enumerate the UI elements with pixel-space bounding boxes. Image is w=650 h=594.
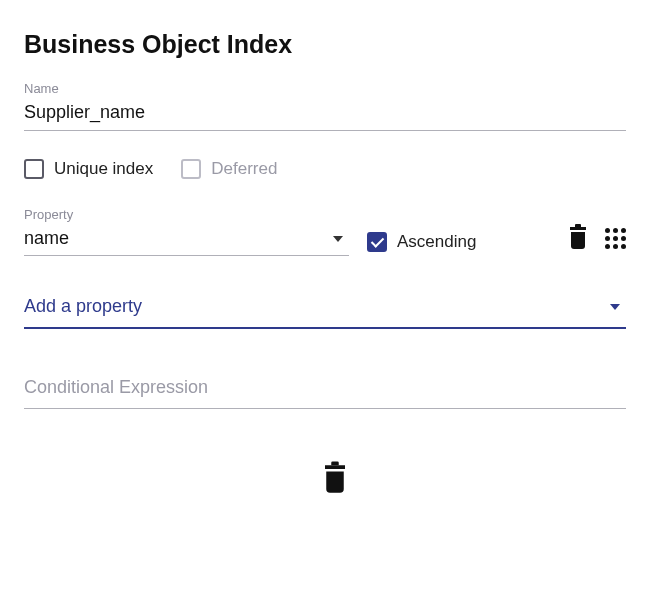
name-label: Name [24,81,626,96]
chevron-down-icon [610,304,620,310]
add-property-label: Add a property [24,296,142,317]
chevron-down-icon [333,236,343,242]
checkbox-checked-icon [367,232,387,252]
conditional-expression-placeholder: Conditional Expression [24,377,208,397]
checkbox-icon [24,159,44,179]
name-value: Supplier_name [24,102,626,123]
trash-icon [569,227,587,249]
deferred-label: Deferred [211,159,277,179]
property-label: Property [24,207,349,222]
page-title: Business Object Index [24,30,626,59]
checkbox-icon [181,159,201,179]
drag-handle[interactable] [605,224,626,252]
delete-index-button[interactable] [44,465,626,493]
property-row: Property name Ascending [24,207,626,256]
property-value: name [24,228,69,249]
form-container: Business Object Index Name Supplier_name… [0,0,650,515]
delete-property-button[interactable] [569,224,587,252]
name-field[interactable]: Name Supplier_name [24,81,626,131]
deferred-checkbox[interactable]: Deferred [181,159,277,179]
conditional-expression-input[interactable]: Conditional Expression [24,377,626,409]
property-select[interactable]: Property name [24,207,349,256]
unique-index-checkbox[interactable]: Unique index [24,159,153,179]
ascending-label: Ascending [397,232,476,252]
options-row: Unique index Deferred [24,159,626,179]
add-property-select[interactable]: Add a property [24,296,626,329]
unique-index-label: Unique index [54,159,153,179]
ascending-checkbox[interactable]: Ascending [367,232,476,252]
trash-icon [324,465,347,493]
drag-icon [605,228,626,249]
